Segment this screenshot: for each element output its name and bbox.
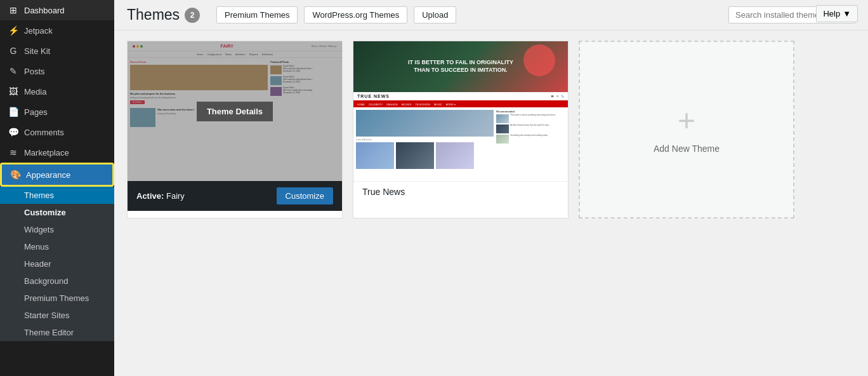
tab-upload[interactable]: Upload <box>414 6 456 24</box>
submenu-item-header[interactable]: Header <box>0 255 114 272</box>
comments-icon: 💬 <box>8 127 19 137</box>
sidebar: ⊞ Dashboard ⚡ Jetpack G Site Kit ✎ Posts… <box>0 0 114 376</box>
topbar: Themes 2 Premium Themes WordPress.org Th… <box>114 0 868 30</box>
theme-grid: FAIRY Share, Media, Editing+ HomeCategor… <box>114 30 868 376</box>
sidebar-item-dashboard[interactable]: ⊞ Dashboard <box>0 0 114 20</box>
submenu-item-widgets[interactable]: Widgets <box>0 221 114 238</box>
add-new-theme-card[interactable]: + Add New Theme <box>579 41 794 218</box>
sidebar-item-sitekit[interactable]: G Site Kit <box>0 41 114 61</box>
add-icon: + <box>678 105 695 136</box>
sidebar-item-marketplace[interactable]: ≋ Marketplace <box>0 142 114 163</box>
fairy-active-bar: Active: Fairy Customize <box>128 181 342 211</box>
page-title: Themes <box>127 6 180 24</box>
sidebar-item-comments[interactable]: 💬 Comments <box>0 122 114 142</box>
sidebar-item-label: Appearance <box>26 170 70 180</box>
submenu-item-themes[interactable]: Themes <box>0 187 114 204</box>
theme-details-overlay[interactable]: Theme Details <box>128 41 342 181</box>
sidebar-item-posts[interactable]: ✎ Posts <box>0 61 114 81</box>
fairy-thumbnail: FAIRY Share, Media, Editing+ HomeCategor… <box>128 41 342 181</box>
sidebar-item-appearance[interactable]: 🎨 Appearance <box>0 163 114 187</box>
submenu-item-theme-editor[interactable]: Theme Editor <box>0 324 114 341</box>
sidebar-item-jetpack[interactable]: ⚡ Jetpack <box>0 20 114 41</box>
help-button[interactable]: Help ▼ <box>816 5 858 22</box>
sidebar-item-label: Comments <box>24 128 64 137</box>
sitekit-icon: G <box>8 46 19 56</box>
posts-icon: ✎ <box>8 66 19 76</box>
tab-wordpress-themes[interactable]: WordPress.org Themes <box>304 6 407 24</box>
sidebar-item-media[interactable]: 🖼 Media <box>0 81 114 102</box>
submenu-item-starter-sites[interactable]: Starter Sites <box>0 307 114 324</box>
active-label: Active: Fairy <box>136 191 185 201</box>
main-content: Themes 2 Premium Themes WordPress.org Th… <box>114 0 868 376</box>
page-title-wrap: Themes 2 <box>127 6 200 24</box>
sidebar-item-label: Jetpack <box>24 26 53 36</box>
submenu-item-premium-themes[interactable]: Premium Themes <box>0 290 114 307</box>
sidebar-item-label: Site Kit <box>24 46 50 56</box>
theme-count-badge: 2 <box>185 8 200 23</box>
customize-button[interactable]: Customize <box>277 187 333 205</box>
appearance-icon: 🎨 <box>10 170 21 180</box>
media-icon: 🖼 <box>8 86 19 97</box>
submenu-item-background[interactable]: Background <box>0 272 114 290</box>
jetpack-icon: ⚡ <box>8 25 19 36</box>
dashboard-icon: ⊞ <box>8 5 19 15</box>
sidebar-item-label: Dashboard <box>24 6 65 15</box>
appearance-submenu: Themes Customize Widgets Menus Header Ba… <box>0 187 114 341</box>
sidebar-item-label: Media <box>24 87 46 97</box>
true-news-thumbnail: IT IS BETTER TO FAIL IN ORIGINALITYTHAN … <box>353 41 568 181</box>
sidebar-item-pages[interactable]: 📄 Pages <box>0 102 114 122</box>
submenu-item-menus[interactable]: Menus <box>0 238 114 255</box>
sidebar-item-label: Pages <box>24 107 48 117</box>
theme-card-true-news[interactable]: IT IS BETTER TO FAIL IN ORIGINALITYTHAN … <box>353 41 569 218</box>
theme-details-label: Theme Details <box>197 102 273 121</box>
tab-premium-themes[interactable]: Premium Themes <box>216 6 298 24</box>
true-news-name-bar: True News <box>353 181 568 202</box>
chevron-down-icon: ▼ <box>843 9 851 18</box>
submenu-item-customize[interactable]: Customize <box>0 204 114 221</box>
marketplace-icon: ≋ <box>8 147 19 158</box>
sidebar-item-label: Marketplace <box>24 148 69 158</box>
true-news-name: True News <box>362 187 405 197</box>
sidebar-item-label: Posts <box>24 67 45 76</box>
theme-card-fairy[interactable]: FAIRY Share, Media, Editing+ HomeCategor… <box>127 41 343 218</box>
pages-icon: 📄 <box>8 107 19 117</box>
add-new-label: Add New Theme <box>654 144 720 154</box>
